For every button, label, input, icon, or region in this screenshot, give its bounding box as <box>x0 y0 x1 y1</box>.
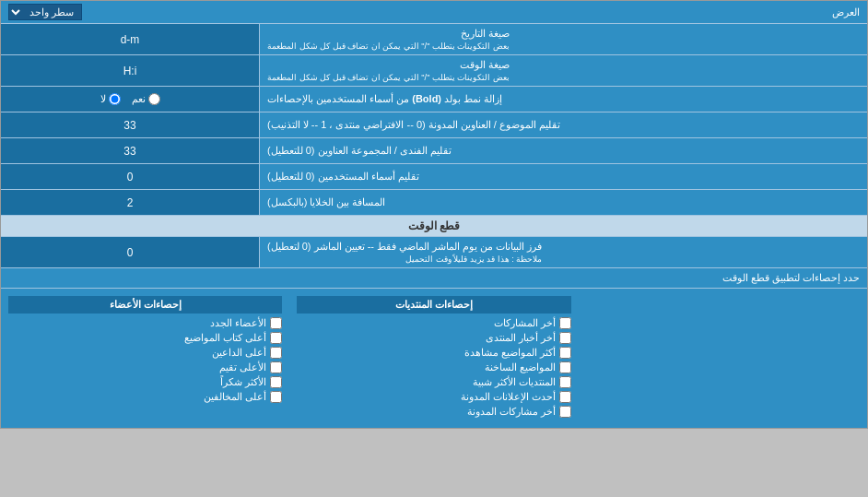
stats-grid: إحصاءات المنتديات أخر المشاركات أخر أخبا… <box>1 289 867 428</box>
stats-posts-item-5: المنتديات الأكثر شبية <box>297 376 570 388</box>
stats-posts-item-1: أخر المشاركات <box>297 317 570 329</box>
stats-posts-title: إحصاءات المنتديات <box>297 296 570 314</box>
display-label: العرض <box>832 6 860 18</box>
cell-spacing-row: المسافة بين الخلايا (بالبكسل) <box>1 190 867 216</box>
bold-radio-group: نعم لا <box>100 93 160 105</box>
stats-posts-item-2: أخر أخبار المنتدى <box>297 332 570 344</box>
stats-members-checkbox-1[interactable] <box>270 317 282 329</box>
date-format-row: صيغة التاريخبعض التكوينات يتطلب "/" التي… <box>1 24 867 55</box>
bold-remove-label: إزالة نمط بولد (Bold) من أسماء المستخدمي… <box>259 87 867 112</box>
stats-posts-col: إحصاءات المنتديات أخر المشاركات أخر أخبا… <box>289 294 578 422</box>
stats-members-checkbox-5[interactable] <box>270 376 282 388</box>
bold-no-label[interactable]: لا <box>100 93 121 105</box>
top-row: العرض سطر واحد سطرين ثلاثة أسطر <box>1 1 867 24</box>
cutoff-section-header: قطع الوقت <box>1 216 867 237</box>
stats-members-item-2: أعلى كتاب المواضيع <box>8 332 282 344</box>
topic-title-label: تقليم الموضوع / العناوين المدونة (0 -- ا… <box>259 112 867 137</box>
stats-posts-checkbox-4[interactable] <box>559 361 571 373</box>
stats-members-item-4: الأعلى تقيم <box>8 361 282 373</box>
forum-title-row: تقليم الفندى / المجموعة العناوين (0 للتع… <box>1 138 867 164</box>
stats-posts-checkbox-1[interactable] <box>559 317 571 329</box>
cutoff-days-label: فرز البيانات من يوم الماشر الماضي فقط --… <box>259 237 867 267</box>
usernames-label: تقليم أسماء المستخدمين (0 للتعطيل) <box>259 164 867 189</box>
stats-members-item-6: أعلى المخالفين <box>8 391 282 403</box>
date-format-label: صيغة التاريخبعض التكوينات يتطلب "/" التي… <box>259 24 867 54</box>
topic-title-input[interactable] <box>6 117 253 134</box>
usernames-input[interactable] <box>6 169 253 185</box>
stats-empty-col <box>579 294 867 422</box>
stats-members-checkbox-6[interactable] <box>270 391 282 403</box>
stats-members-item-1: الأعضاء الجدد <box>8 317 282 329</box>
stats-members-title: إحصاءات الأعضاء <box>8 296 282 314</box>
time-format-input-cell <box>1 55 259 86</box>
usernames-row: تقليم أسماء المستخدمين (0 للتعطيل) <box>1 164 867 190</box>
stats-posts-checkbox-5[interactable] <box>559 376 571 388</box>
stats-posts-checkbox-7[interactable] <box>559 406 571 418</box>
date-format-input-cell <box>1 24 259 54</box>
forum-title-input[interactable] <box>6 143 253 160</box>
stats-members-col: إحصاءات الأعضاء الأعضاء الجدد أعلى كتاب … <box>1 294 289 422</box>
display-select[interactable]: سطر واحد سطرين ثلاثة أسطر <box>8 4 82 20</box>
stats-posts-checkbox-6[interactable] <box>559 391 571 403</box>
stats-posts-checkbox-3[interactable] <box>559 347 571 359</box>
cell-spacing-input-cell <box>1 190 259 215</box>
stats-members-item-3: أعلى الداعين <box>8 347 282 359</box>
bold-no-radio[interactable] <box>109 93 121 105</box>
stats-posts-item-6: أحدث الإعلانات المدونة <box>297 391 570 403</box>
stats-posts-item-3: أكثر المواضيع مشاهدة <box>297 347 570 359</box>
stats-posts-item-4: المواضيع الساخنة <box>297 361 570 373</box>
cutoff-days-row: فرز البيانات من يوم الماشر الماضي فقط --… <box>1 237 867 268</box>
time-format-label: صيغة الوقتبعض التكوينات يتطلب "/" التي ي… <box>259 55 867 86</box>
bold-remove-input-cell: نعم لا <box>1 87 259 112</box>
topic-title-row: تقليم الموضوع / العناوين المدونة (0 -- ا… <box>1 112 867 138</box>
bold-remove-row: إزالة نمط بولد (Bold) من أسماء المستخدمي… <box>1 87 867 112</box>
stats-posts-checkbox-2[interactable] <box>559 332 571 344</box>
stats-members-checkbox-3[interactable] <box>270 347 282 359</box>
stats-members-item-5: الأكثر شكراً <box>8 376 282 388</box>
stats-limit-row: حدد إحصاءات لتطبيق قطع الوقت <box>1 268 867 289</box>
time-format-input[interactable] <box>6 63 253 79</box>
cutoff-days-input-cell <box>1 237 259 267</box>
cell-spacing-input[interactable] <box>6 195 253 211</box>
forum-title-input-cell <box>1 138 259 163</box>
topic-title-input-cell <box>1 112 259 137</box>
bold-yes-radio[interactable] <box>148 93 160 105</box>
stats-posts-item-7: أخر مشاركات المدونة <box>297 406 570 418</box>
cell-spacing-label: المسافة بين الخلايا (بالبكسل) <box>259 190 867 215</box>
usernames-input-cell <box>1 164 259 189</box>
time-format-row: صيغة الوقتبعض التكوينات يتطلب "/" التي ي… <box>1 55 867 87</box>
bold-yes-label[interactable]: نعم <box>132 93 160 105</box>
date-format-input[interactable] <box>6 31 253 48</box>
cutoff-days-input[interactable] <box>6 244 253 261</box>
forum-title-label: تقليم الفندى / المجموعة العناوين (0 للتع… <box>259 138 867 163</box>
stats-members-checkbox-4[interactable] <box>270 361 282 373</box>
stats-members-checkbox-2[interactable] <box>270 332 282 344</box>
